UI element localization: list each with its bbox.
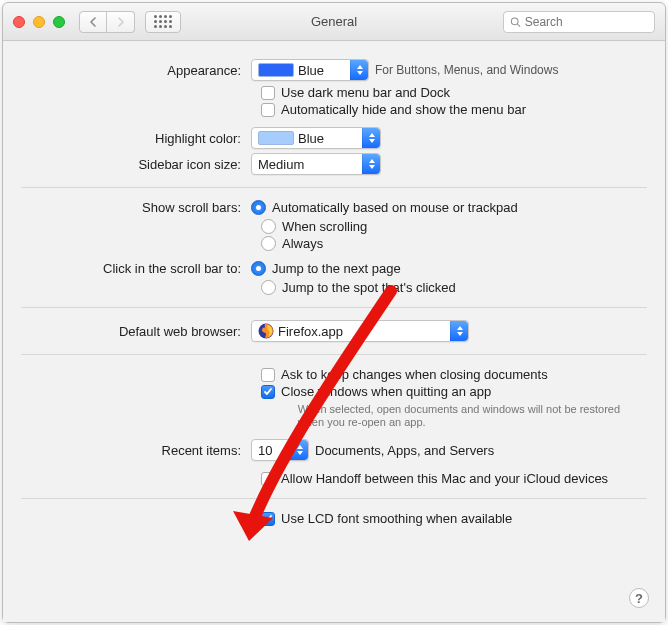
- appearance-label: Appearance:: [21, 63, 251, 78]
- highlight-swatch: [258, 131, 294, 145]
- chevron-updown-icon: [350, 60, 368, 80]
- appearance-hint: For Buttons, Menus, and Windows: [375, 63, 558, 77]
- scrollbars-whenscrolling-radio[interactable]: [261, 219, 276, 234]
- scrollbars-auto-radio[interactable]: [251, 200, 266, 215]
- appearance-value: Blue: [298, 63, 324, 78]
- scrollbars-always-radio[interactable]: [261, 236, 276, 251]
- scrollbars-label: Show scroll bars:: [21, 200, 251, 215]
- svg-point-0: [511, 17, 518, 24]
- lcd-font-smoothing-checkbox[interactable]: [261, 512, 275, 526]
- search-input[interactable]: [525, 15, 648, 29]
- close-windows-quit-checkbox[interactable]: [261, 385, 275, 399]
- chevron-updown-icon: [450, 321, 468, 341]
- content-area: Appearance: Blue For Buttons, Menus, and…: [3, 41, 665, 622]
- auto-hide-menubar-checkbox[interactable]: [261, 103, 275, 117]
- sidebar-size-label: Sidebar icon size:: [21, 157, 251, 172]
- recent-items-select[interactable]: 10: [251, 439, 309, 461]
- auto-hide-menubar-label: Automatically hide and show the menu bar: [281, 102, 526, 117]
- show-all-button[interactable]: [145, 11, 181, 33]
- recent-items-value: 10: [258, 443, 272, 458]
- forward-button[interactable]: [107, 11, 135, 33]
- titlebar: General: [3, 3, 665, 41]
- grid-icon: [154, 15, 172, 28]
- dark-menu-label: Use dark menu bar and Dock: [281, 85, 450, 100]
- appearance-select[interactable]: Blue: [251, 59, 369, 81]
- scrollbars-auto-label: Automatically based on mouse or trackpad: [272, 200, 518, 215]
- svg-line-1: [517, 24, 520, 27]
- handoff-checkbox[interactable]: [261, 472, 275, 486]
- click-scroll-nextpage-radio[interactable]: [251, 261, 266, 276]
- click-scroll-spot-label: Jump to the spot that's clicked: [282, 280, 456, 295]
- handoff-label: Allow Handoff between this Mac and your …: [281, 471, 608, 486]
- highlight-color-select[interactable]: Blue: [251, 127, 381, 149]
- divider: [21, 187, 647, 188]
- default-browser-label: Default web browser:: [21, 324, 251, 339]
- ask-keep-changes-label: Ask to keep changes when closing documen…: [281, 367, 548, 382]
- scrollbars-always-label: Always: [282, 236, 323, 251]
- firefox-icon: [258, 323, 274, 339]
- close-windows-quit-hint: When selected, open documents and window…: [298, 403, 647, 429]
- appearance-swatch: [258, 63, 294, 77]
- close-windows-quit-label: Close windows when quitting an app: [281, 384, 491, 399]
- divider: [21, 498, 647, 499]
- sidebar-size-select[interactable]: Medium: [251, 153, 381, 175]
- ask-keep-changes-checkbox[interactable]: [261, 368, 275, 382]
- help-button[interactable]: ?: [629, 588, 649, 608]
- highlight-color-value: Blue: [298, 131, 324, 146]
- default-browser-value: Firefox.app: [278, 324, 343, 339]
- highlight-color-label: Highlight color:: [21, 131, 251, 146]
- chevron-updown-icon: [362, 128, 380, 148]
- search-icon: [510, 16, 521, 28]
- lcd-font-smoothing-label: Use LCD font smoothing when available: [281, 511, 512, 526]
- click-scroll-spot-radio[interactable]: [261, 280, 276, 295]
- default-browser-select[interactable]: Firefox.app: [251, 320, 469, 342]
- divider: [21, 307, 647, 308]
- scrollbars-whenscrolling-label: When scrolling: [282, 219, 367, 234]
- sidebar-size-value: Medium: [258, 157, 304, 172]
- window: General Appearance: Blue For Buttons, Me…: [2, 2, 666, 623]
- click-scrollbar-label: Click in the scroll bar to:: [21, 261, 251, 276]
- recent-items-label: Recent items:: [21, 443, 251, 458]
- chevron-updown-icon: [290, 440, 308, 460]
- close-icon[interactable]: [13, 16, 25, 28]
- zoom-icon[interactable]: [53, 16, 65, 28]
- chevron-updown-icon: [362, 154, 380, 174]
- search-field[interactable]: [503, 11, 655, 33]
- minimize-icon[interactable]: [33, 16, 45, 28]
- dark-menu-checkbox[interactable]: [261, 86, 275, 100]
- divider: [21, 354, 647, 355]
- recent-items-suffix: Documents, Apps, and Servers: [315, 443, 494, 458]
- click-scroll-nextpage-label: Jump to the next page: [272, 261, 401, 276]
- back-button[interactable]: [79, 11, 107, 33]
